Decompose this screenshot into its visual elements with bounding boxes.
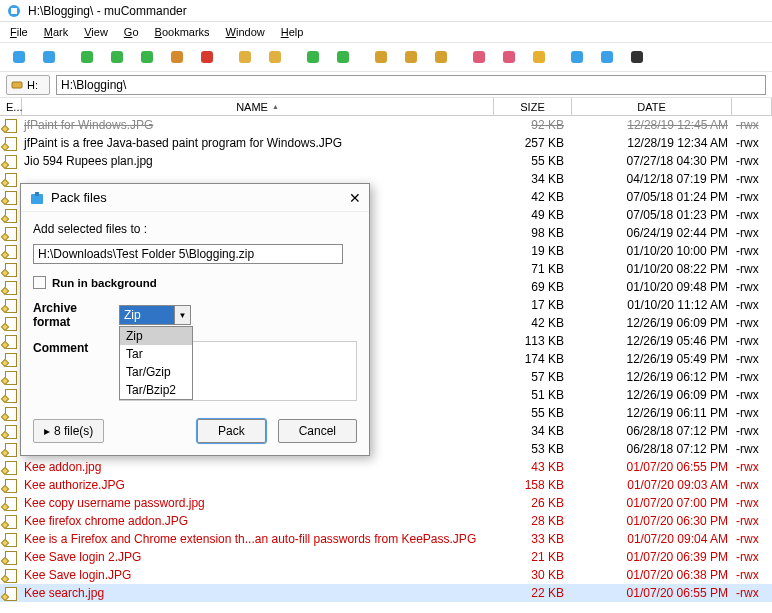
file-size: 57 KB [494,370,572,384]
file-perm: -rwx [732,442,772,456]
fav-icon[interactable] [498,46,520,68]
file-icon [4,172,18,186]
column-date[interactable]: DATE [572,98,732,115]
menu-bookmarks[interactable]: Bookmarks [149,24,216,40]
terminal-icon[interactable] [626,46,648,68]
column-perm[interactable] [732,98,772,115]
table-row[interactable]: jfPaint for Windows.JPG92 KB12/28/19 12:… [0,116,772,134]
folder-open-icon[interactable] [264,46,286,68]
files-count-button[interactable]: ▸8 file(s) [33,419,104,443]
box3-icon[interactable] [430,46,452,68]
file-size: 98 KB [494,226,572,240]
file-size: 49 KB [494,208,572,222]
close-icon[interactable]: ✕ [349,190,361,206]
table-row[interactable]: Jio 594 Rupees plan.jpg55 KB07/27/18 04:… [0,152,772,170]
file-perm: -rwx [732,460,772,474]
table-row[interactable]: Kee Save login 2.JPG21 KB01/07/20 06:39 … [0,548,772,566]
menu-mark[interactable]: Mark [38,24,74,40]
svg-rect-21 [631,51,643,63]
file-date: 12/26/19 05:49 PM [572,352,732,366]
menu-help[interactable]: Help [275,24,310,40]
format-option-tar-bzip2[interactable]: Tar/Bzip2 [120,381,192,399]
tab-icon[interactable] [38,46,60,68]
file-size: 51 KB [494,388,572,402]
table-row[interactable]: Kee search.jpg22 KB01/07/20 06:55 PM-rwx [0,584,772,602]
file-date: 07/27/18 04:30 PM [572,154,732,168]
file-date: 01/07/20 06:38 PM [572,568,732,582]
table-row[interactable]: Kee firefox chrome addon.JPG28 KB01/07/2… [0,512,772,530]
archive-format-select[interactable]: Zip ▼ ZipTarTar/GzipTar/Bzip2 [119,305,191,325]
box2-icon[interactable] [400,46,422,68]
heart-icon[interactable] [468,46,490,68]
column-size[interactable]: SIZE [494,98,572,115]
stop-icon[interactable] [196,46,218,68]
box1-icon[interactable] [370,46,392,68]
archive-format-dropdown: ZipTarTar/GzipTar/Bzip2 [119,326,193,400]
path-input[interactable] [56,75,766,95]
file-size: 28 KB [494,514,572,528]
pack-button[interactable]: Pack [197,419,266,443]
app-icon [6,3,22,19]
table-row[interactable]: Kee is a Firefox and Chrome extension th… [0,530,772,548]
window-title: H:\Blogging\ - muCommander [28,4,187,18]
column-ext[interactable]: E... [0,98,22,115]
key-icon[interactable] [528,46,550,68]
format-option-tar-gzip[interactable]: Tar/Gzip [120,363,192,381]
menu-window[interactable]: Window [220,24,271,40]
menu-file[interactable]: File [4,24,34,40]
file-date: 04/12/18 07:19 PM [572,172,732,186]
globe-icon[interactable] [566,46,588,68]
table-row[interactable]: Kee authorize.JPG158 KB01/07/20 09:03 AM… [0,476,772,494]
home-icon[interactable] [166,46,188,68]
file-date: 12/26/19 06:09 PM [572,388,732,402]
file-perm: -rwx [732,262,772,276]
table-row[interactable]: Kee Save login.JPG30 KB01/07/20 06:38 PM… [0,566,772,584]
archive-format-value: Zip [120,306,174,324]
file-date: 01/07/20 06:55 PM [572,460,732,474]
swap-icon[interactable] [332,46,354,68]
table-row[interactable]: Kee addon.jpg43 KB01/07/20 06:55 PM-rwx [0,458,772,476]
file-icon [4,586,18,600]
file-size: 257 KB [494,136,572,150]
file-date: 07/05/18 01:24 PM [572,190,732,204]
file-date: 12/28/19 12:45 AM [572,118,732,132]
menu-view[interactable]: View [78,24,114,40]
cancel-button[interactable]: Cancel [278,419,357,443]
svg-rect-22 [12,82,22,88]
refresh-icon[interactable] [302,46,324,68]
file-icon [4,334,18,348]
menu-go[interactable]: Go [118,24,145,40]
back-icon[interactable] [76,46,98,68]
run-background-checkbox[interactable] [33,276,46,289]
chevron-down-icon[interactable]: ▼ [174,306,190,324]
format-option-tar[interactable]: Tar [120,345,192,363]
destination-input[interactable] [33,244,343,264]
file-size: 69 KB [494,280,572,294]
svg-rect-9 [239,51,251,63]
chevron-right-icon: ▸ [44,424,50,438]
menubar: FileMarkViewGoBookmarksWindowHelp [0,22,772,42]
file-size: 26 KB [494,496,572,510]
parent-icon[interactable] [136,46,158,68]
folder-new-icon[interactable] [234,46,256,68]
file-perm: -rwx [732,388,772,402]
file-size: 113 KB [494,334,572,348]
file-icon [4,190,18,204]
column-name[interactable]: NAME▲ [22,98,494,115]
table-row[interactable]: Kee copy username password.jpg26 KB01/07… [0,494,772,512]
file-name: Kee Save login 2.JPG [22,550,494,564]
file-perm: -rwx [732,136,772,150]
table-row[interactable]: jfPaint is a free Java-based paint progr… [0,134,772,152]
globe2-icon[interactable] [596,46,618,68]
forward-icon[interactable] [106,46,128,68]
svg-rect-7 [171,51,183,63]
toolbar [0,42,772,72]
file-icon [4,280,18,294]
archive-format-label: Archive format [33,301,113,329]
format-option-zip[interactable]: Zip [120,327,192,345]
drive-selector[interactable]: H: [6,75,50,95]
file-name: Kee addon.jpg [22,460,494,474]
file-date: 06/28/18 07:12 PM [572,442,732,456]
pack-icon [29,190,45,206]
new-window-icon[interactable] [8,46,30,68]
